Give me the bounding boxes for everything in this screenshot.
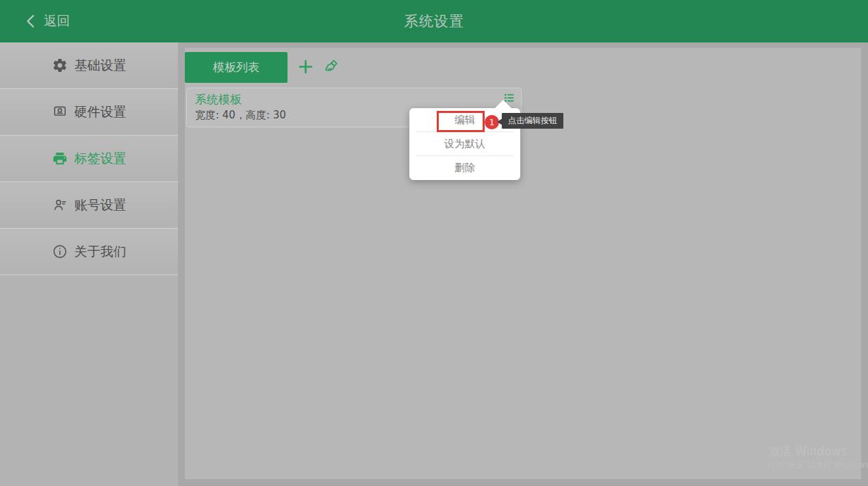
sidebar-item-basic[interactable]: 基础设置	[0, 42, 178, 89]
sidebar-item-label: 标签设置	[75, 150, 127, 168]
clear-templates-button[interactable]	[322, 58, 340, 79]
hardware-icon	[52, 104, 68, 120]
broom-icon	[322, 58, 340, 79]
sidebar-item-about[interactable]: 关于我们	[0, 229, 178, 275]
sidebar-item-account[interactable]: 账号设置	[0, 182, 178, 229]
gear-icon	[52, 57, 68, 73]
system-settings-screen: 返回 系统设置 基础设置 硬件设置 标签设置 账号设置	[0, 0, 868, 486]
printer-icon	[52, 151, 68, 166]
edit-highlight-rect	[437, 111, 485, 132]
page-title: 系统设置	[0, 0, 868, 42]
windows-watermark-line2: 转到“设置”以激活 Windows	[768, 460, 868, 470]
plus-icon	[296, 57, 315, 79]
account-icon	[52, 197, 68, 213]
sidebar-item-hardware[interactable]: 硬件设置	[0, 89, 178, 136]
settings-sidebar: 基础设置 硬件设置 标签设置 账号设置 关于我们	[0, 42, 178, 486]
sidebar-item-label: 硬件设置	[75, 103, 127, 121]
header-bar: 返回 系统设置	[0, 0, 868, 42]
windows-watermark-line1: 激活 Windows	[768, 444, 847, 459]
sidebar-item-label: 基础设置	[75, 57, 127, 75]
popup-arrow	[495, 100, 511, 108]
tutorial-tooltip: 点击编辑按钮	[502, 113, 563, 129]
template-dimensions: 宽度: 40，高度: 30	[195, 109, 286, 122]
sidebar-item-label-settings[interactable]: 标签设置	[0, 136, 178, 182]
add-template-button[interactable]	[296, 57, 315, 79]
template-title: 系统模板	[195, 92, 242, 107]
tab-template-list[interactable]: 模板列表	[185, 52, 288, 83]
menu-item-delete[interactable]: 删除	[409, 156, 520, 180]
info-icon	[52, 244, 68, 259]
sidebar-item-label: 关于我们	[75, 243, 127, 261]
menu-item-set-default[interactable]: 设为默认	[409, 132, 520, 156]
sidebar-item-label: 账号设置	[75, 196, 127, 214]
